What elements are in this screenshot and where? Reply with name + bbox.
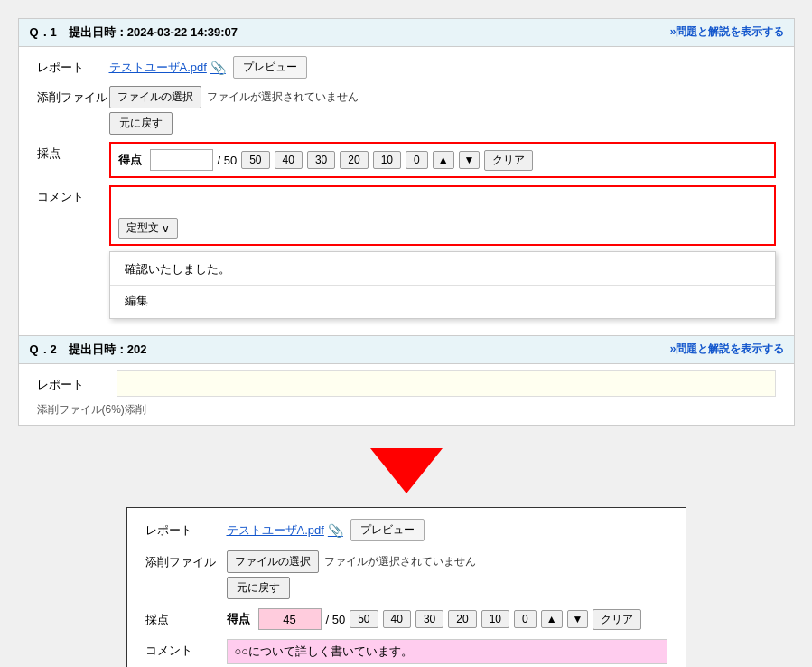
bottom-report-label: レポート (145, 519, 227, 539)
back-button[interactable]: 元に戻す (109, 112, 173, 135)
dropdown-item-confirm[interactable]: 確認いたしました。 (110, 256, 775, 283)
file-select-button[interactable]: ファイルの選択 (109, 86, 201, 108)
top-panel: Q．1 提出日時：2024-03-22 14:39:07 »問題と解説を表示する… (18, 18, 795, 426)
comment-box: 定型文 ∨ (109, 185, 776, 246)
q1-header: Q．1 提出日時：2024-03-22 14:39:07 »問題と解説を表示する (19, 19, 794, 47)
score-btn-40[interactable]: 40 (275, 151, 303, 169)
bottom-score-down-button[interactable]: ▼ (567, 610, 589, 628)
q2-report-label: レポート (37, 373, 109, 393)
teikei-button[interactable]: 定型文 ∨ (118, 218, 178, 239)
q2-extra-row: 添削ファイル(6%)添削 (19, 402, 794, 425)
teikei-label: 定型文 (126, 221, 159, 236)
file-no-select-text: ファイルが選択されていません (207, 89, 359, 105)
top-form-section: レポート テストユーザA.pdf 📎 プレビュー 添削ファイル (19, 47, 794, 335)
bottom-report-inner: テストユーザA.pdf 📎 プレビュー (227, 519, 667, 541)
comment-toolbar: 定型文 ∨ (115, 216, 770, 240)
score-up-button[interactable]: ▲ (433, 151, 454, 169)
report-label: レポート (37, 56, 109, 76)
score-sublabel: 得点 (118, 152, 142, 168)
bottom-preview-button[interactable]: プレビュー (350, 519, 425, 541)
preview-button[interactable]: プレビュー (233, 56, 307, 79)
bottom-file-select-row: ファイルの選択 ファイルが選択されていません (227, 550, 667, 573)
bottom-score-input[interactable] (258, 608, 322, 630)
q2-header: Q．2 提出日時：202 »問題と解説を表示する (19, 335, 794, 364)
bottom-report-link-text: テストユーザA.pdf (227, 522, 324, 539)
scoring-row: 採点 得点 / 50 50 40 30 20 10 0 ▲ ▼ クリア (37, 142, 776, 178)
bottom-file-content: ファイルの選択 ファイルが選択されていません 元に戻す (227, 550, 667, 599)
bottom-report-row: レポート テストユーザA.pdf 📎 プレビュー (145, 519, 667, 541)
q1-header-text: Q．1 提出日時：2024-03-22 14:39:07 (30, 25, 238, 39)
report-link-text: テストユーザA.pdf (109, 60, 207, 76)
report-content: テストユーザA.pdf 📎 プレビュー (109, 56, 776, 79)
score-content: 得点 / 50 50 40 30 20 10 0 ▲ ▼ クリア (109, 142, 776, 178)
bottom-report-link[interactable]: テストユーザA.pdf 📎 (227, 522, 343, 539)
bottom-scoring-row: 採点 得点 / 50 50 40 30 20 10 0 ▲ ▼ クリア (145, 608, 667, 630)
score-total: / 50 (218, 154, 238, 167)
score-down-button[interactable]: ▼ (459, 151, 481, 169)
comment-row: コメント 定型文 ∨ 確認いたしました。 (37, 185, 776, 319)
bottom-file-select-button[interactable]: ファイルの選択 (227, 550, 319, 573)
dropdown-menu: 確認いたしました。 編集 (109, 251, 776, 319)
score-btn-10[interactable]: 10 (373, 151, 401, 169)
bottom-score-total: / 50 (326, 613, 346, 626)
dropdown-item-edit[interactable]: 編集 (110, 287, 775, 315)
red-arrow-icon (370, 448, 443, 493)
file-icon: 📎 (210, 61, 226, 75)
report-row: レポート テストユーザA.pdf 📎 プレビュー (37, 56, 776, 79)
bottom-score-btn-10[interactable]: 10 (481, 610, 509, 628)
file-label: 添削ファイル (37, 86, 109, 106)
bottom-file-icon: 📎 (328, 523, 343, 538)
bottom-clear-button[interactable]: クリア (593, 609, 641, 630)
bottom-comment-content: ○○について詳しく書いています。 定型文 ∨ (227, 639, 667, 667)
bottom-score-btn-20[interactable]: 20 (448, 610, 476, 628)
score-btn-50[interactable]: 50 (241, 151, 269, 169)
score-input[interactable] (150, 149, 213, 171)
bottom-file-row: 添削ファイル ファイルの選択 ファイルが選択されていません 元に戻す (145, 550, 667, 599)
q2-header-text: Q．2 提出日時：202 (30, 343, 147, 356)
file-row: 添削ファイル ファイルの選択 ファイルが選択されていません 元に戻す (37, 86, 776, 135)
bottom-score-sublabel: 得点 (227, 611, 250, 627)
bottom-back-button[interactable]: 元に戻す (227, 577, 290, 599)
bottom-score-btn-50[interactable]: 50 (350, 610, 378, 628)
main-container: Q．1 提出日時：2024-03-22 14:39:07 »問題と解説を表示する… (18, 18, 795, 667)
report-link[interactable]: テストユーザA.pdf 📎 (109, 60, 226, 76)
clear-button[interactable]: クリア (484, 150, 533, 171)
bottom-file-no-select: ファイルが選択されていません (324, 554, 476, 569)
comment-content: 定型文 ∨ 確認いたしました。 編集 (109, 185, 776, 319)
bottom-comment-row: コメント ○○について詳しく書いています。 定型文 ∨ (145, 639, 667, 667)
arrow-container (370, 448, 443, 493)
bottom-score-btn-30[interactable]: 30 (415, 610, 443, 628)
file-select-row: ファイルの選択 ファイルが選択されていません (109, 86, 776, 108)
score-btn-0[interactable]: 0 (406, 151, 428, 169)
bottom-score-btn-40[interactable]: 40 (383, 610, 411, 628)
q2-report-content (117, 370, 776, 397)
comment-pink-box: ○○について詳しく書いています。 (227, 639, 667, 664)
dropdown-divider (110, 285, 775, 286)
bottom-score-up-button[interactable]: ▲ (541, 610, 563, 628)
report-inner-row: テストユーザA.pdf 📎 プレビュー (109, 56, 776, 79)
bottom-score-btn-0[interactable]: 0 (514, 610, 537, 628)
chevron-down-icon: ∨ (162, 222, 170, 235)
score-btn-30[interactable]: 30 (307, 151, 335, 169)
comment-pink-text: ○○について詳しく書いています。 (235, 644, 414, 660)
score-btn-20[interactable]: 20 (340, 151, 368, 169)
bottom-score-label: 採点 (145, 608, 227, 628)
q2-report-row: レポート (19, 364, 794, 402)
scoring-box: 得点 / 50 50 40 30 20 10 0 ▲ ▼ クリア (109, 142, 776, 178)
bottom-score-content: 得点 / 50 50 40 30 20 10 0 ▲ ▼ クリア (227, 608, 667, 630)
bottom-panel: レポート テストユーザA.pdf 📎 プレビュー 添削ファイル ファイルの選択 … (126, 507, 686, 667)
comment-input[interactable] (115, 191, 770, 216)
bottom-report-content: テストユーザA.pdf 📎 プレビュー (227, 519, 667, 541)
bottom-comment-label: コメント (145, 639, 227, 659)
file-content: ファイルの選択 ファイルが選択されていません 元に戻す (109, 86, 776, 135)
score-label: 採点 (37, 142, 109, 162)
comment-label: コメント (37, 185, 109, 205)
q2-show-problem-link[interactable]: »問題と解説を表示する (670, 342, 785, 357)
show-problem-link[interactable]: »問題と解説を表示する (670, 24, 785, 40)
bottom-scoring-inner: 得点 / 50 50 40 30 20 10 0 ▲ ▼ クリア (227, 608, 667, 630)
bottom-file-label: 添削ファイル (145, 550, 227, 570)
